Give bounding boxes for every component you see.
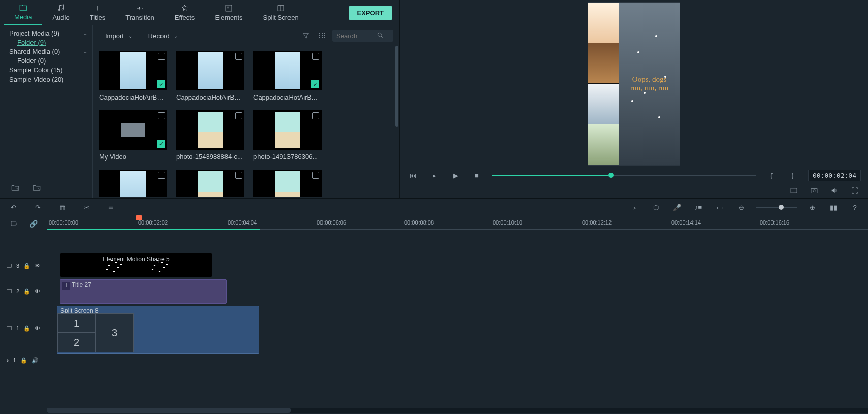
svg-point-14 xyxy=(378,33,381,36)
top-tabs: Media Audio Titles Transition Effects El… xyxy=(0,0,399,25)
tree-project-media[interactable]: Project Media (9)⌄ xyxy=(0,28,92,38)
track-header-1v[interactable]: 1🔒👁 xyxy=(0,304,47,353)
volume-icon[interactable] xyxy=(828,184,841,197)
title-type-icon: T xyxy=(62,282,70,290)
media-item[interactable]: photo-1543988884-c... xyxy=(176,110,244,161)
tab-transition[interactable]: Transition xyxy=(115,1,165,25)
zoom-out-icon[interactable]: ⊖ xyxy=(735,201,747,213)
svg-rect-20 xyxy=(7,290,12,293)
chevron-down-icon: ⌄ xyxy=(174,33,178,39)
render-icon[interactable]: ▹ xyxy=(628,201,640,213)
ruler-tick: 00:00:10:10 xyxy=(493,219,522,226)
media-item[interactable]: CappadociaHotAirBall... xyxy=(176,51,244,101)
tab-audio[interactable]: Audio xyxy=(42,1,79,25)
media-item[interactable]: ✓CappadociaHotAirBall... xyxy=(99,51,167,101)
media-scrollbar[interactable] xyxy=(395,46,398,127)
track-header-3[interactable]: 3🔒👁 xyxy=(0,253,47,278)
chevron-down-icon: ⌄ xyxy=(128,33,132,39)
export-button[interactable]: EXPORT xyxy=(349,6,392,20)
tab-effects[interactable]: Effects xyxy=(165,1,205,25)
prev-frame-icon[interactable]: ⏮ xyxy=(407,169,419,181)
import-dropdown[interactable]: Import⌄ xyxy=(99,30,138,42)
lock-icon[interactable]: 🔒 xyxy=(23,288,30,295)
media-item[interactable] xyxy=(253,170,322,197)
time-ruler[interactable]: 00:00:00:00 00:00:02:02 00:00:04:04 00:0… xyxy=(47,216,868,231)
play-icon[interactable]: ▶ xyxy=(449,169,462,181)
link-icon[interactable]: 🔗 xyxy=(27,217,40,230)
tab-splitscreen[interactable]: Split Screen xyxy=(253,1,309,25)
search-input[interactable] xyxy=(332,30,393,42)
tree-sample-color[interactable]: Sample Color (15) xyxy=(0,65,92,75)
tree-folder-0[interactable]: Folder (0) xyxy=(0,56,92,65)
mark-in-icon[interactable]: { xyxy=(765,169,778,181)
split-icon[interactable]: ✂ xyxy=(80,201,92,213)
video-type-icon xyxy=(158,112,165,119)
tree-sample-video[interactable]: Sample Video (20) xyxy=(0,75,92,84)
svg-point-13 xyxy=(324,37,325,38)
ruler-tick: 00:00:12:12 xyxy=(582,219,612,226)
svg-rect-21 xyxy=(7,327,12,330)
filter-icon[interactable] xyxy=(300,29,312,42)
clip-title-27[interactable]: TTitle 27 xyxy=(60,279,227,304)
quality-icon[interactable] xyxy=(788,184,800,197)
zoom-in-icon[interactable]: ⊕ xyxy=(806,201,818,213)
grid-view-icon[interactable] xyxy=(316,29,328,42)
audio-mixer-icon[interactable]: ♪≡ xyxy=(692,201,704,213)
preview-progress[interactable] xyxy=(492,175,756,176)
track-header-1a[interactable]: ♪1🔒🔊 xyxy=(0,353,47,368)
add-track-icon[interactable] xyxy=(8,217,20,230)
help-icon[interactable]: ? xyxy=(849,201,861,213)
delete-folder-icon[interactable] xyxy=(30,182,43,194)
lock-icon[interactable]: 🔒 xyxy=(20,357,27,364)
timeline-view-icon[interactable]: ▮▮ xyxy=(827,201,840,213)
tab-elements[interactable]: Elements xyxy=(205,1,252,25)
speaker-icon[interactable]: 🔊 xyxy=(31,357,39,364)
voiceover-icon[interactable]: 🎤 xyxy=(671,201,683,213)
eye-icon[interactable]: 👁 xyxy=(35,263,40,269)
media-item[interactable] xyxy=(99,170,167,197)
fit-icon[interactable]: ▭ xyxy=(714,201,726,213)
clip-split-screen-8[interactable]: Split Screen 8 1 3 2 xyxy=(57,306,259,354)
tab-titles-label: Titles xyxy=(90,14,106,21)
record-dropdown[interactable]: Record⌄ xyxy=(142,30,184,42)
media-item[interactable]: ✓My Video xyxy=(99,110,167,161)
eye-icon[interactable]: 👁 xyxy=(35,325,40,331)
track-header-2[interactable]: 2🔒👁 xyxy=(0,278,47,304)
svg-point-3 xyxy=(227,7,229,8)
new-folder-icon[interactable] xyxy=(9,182,21,194)
undo-icon[interactable]: ↶ xyxy=(7,201,19,213)
snapshot-icon[interactable] xyxy=(808,184,820,197)
svg-rect-16 xyxy=(811,189,817,193)
lock-icon[interactable]: 🔒 xyxy=(23,263,30,269)
media-grid: ✓CappadociaHotAirBall... CappadociaHotAi… xyxy=(99,46,393,197)
media-item[interactable] xyxy=(176,170,244,197)
ruler-tick: 00:00:16:16 xyxy=(760,219,789,226)
mark-out-icon[interactable]: } xyxy=(787,169,799,181)
zoom-slider[interactable] xyxy=(756,207,797,208)
play-back-icon[interactable]: ▸ xyxy=(428,169,440,181)
tree-folder-9[interactable]: Folder (9) xyxy=(0,38,92,47)
tab-media[interactable]: Media xyxy=(4,1,42,25)
search-field[interactable] xyxy=(336,32,377,40)
clip-element-motion[interactable]: Element Motion Shape 5 xyxy=(60,253,212,277)
svg-rect-19 xyxy=(7,264,12,268)
tab-titles[interactable]: Titles xyxy=(80,1,116,25)
marker-icon[interactable]: ⬡ xyxy=(650,201,662,213)
media-item[interactable]: photo-14913786306... xyxy=(253,110,322,161)
image-type-icon xyxy=(312,112,319,119)
ruler-tick: 00:00:02:02 xyxy=(138,219,168,226)
tree-shared-media[interactable]: Shared Media (0)⌄ xyxy=(0,47,92,56)
timeline-hscrollbar[interactable] xyxy=(47,408,868,413)
lock-icon[interactable]: 🔒 xyxy=(23,325,30,332)
delete-icon[interactable]: 🗑 xyxy=(56,201,68,213)
redo-icon[interactable]: ↷ xyxy=(31,201,44,213)
ruler-tick: 00:00:14:14 xyxy=(671,219,701,226)
tab-transition-label: Transition xyxy=(125,14,154,21)
svg-point-9 xyxy=(322,35,323,36)
stop-icon[interactable]: ■ xyxy=(471,169,483,181)
media-item[interactable]: ✓CappadociaHotAirBall... xyxy=(253,51,322,101)
svg-point-12 xyxy=(322,37,323,38)
fullscreen-icon[interactable] xyxy=(849,184,861,197)
crop-icon[interactable] xyxy=(105,201,117,213)
eye-icon[interactable]: 👁 xyxy=(35,288,40,294)
